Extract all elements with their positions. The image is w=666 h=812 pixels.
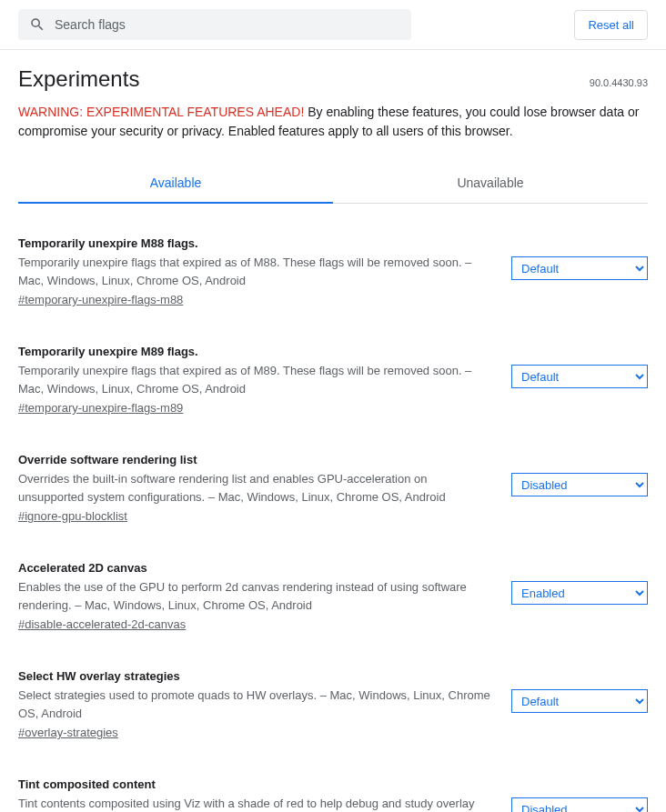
flag-body: Override software rendering listOverride… [18,453,493,523]
flag-body: Accelerated 2D canvasEnables the use of … [18,561,493,631]
warning-block: WARNING: EXPERIMENTAL FEATURES AHEAD! By… [18,103,648,141]
flags-list: Temporarily unexpire M88 flags.Temporari… [18,236,648,812]
flag-title: Temporarily unexpire M88 flags. [18,236,493,250]
flag-state-select[interactable]: DefaultEnabledDisabled [511,797,648,812]
flag-hash-link[interactable]: #overlay-strategies [18,726,118,739]
tabs: Available Unavailable [18,163,648,204]
flag-state-select[interactable]: DefaultEnabledDisabled [511,365,648,388]
flag-item: Override software rendering listOverride… [18,453,648,523]
flag-description: Tint contents composited using Viz with … [18,795,493,812]
flag-state-select[interactable]: DefaultEnabledDisabled [511,256,648,280]
flag-title: Tint composited content [18,777,493,791]
flag-hash-link[interactable]: #ignore-gpu-blocklist [18,509,127,523]
flag-hash-link[interactable]: #temporary-unexpire-flags-m88 [18,293,183,306]
flag-body: Temporarily unexpire M88 flags.Temporari… [18,236,493,306]
flag-description: Temporarily unexpire flags that expired … [18,362,493,397]
tab-unavailable[interactable]: Unavailable [333,163,648,203]
search-bar: Reset all [0,0,666,49]
divider [0,49,666,50]
flag-description: Overrides the built-in software renderin… [18,470,493,506]
flag-title: Temporarily unexpire M89 flags. [18,345,493,358]
flag-description: Temporarily unexpire flags that expired … [18,254,493,289]
flag-hash-link[interactable]: #disable-accelerated-2d-canvas [18,617,186,631]
flag-state-select[interactable]: DefaultEnabledDisabled [511,581,648,605]
flag-state-select[interactable]: DefaultEnabledDisabled [511,473,648,496]
flag-title: Select HW overlay strategies [18,669,493,683]
flag-description: Enables the use of the GPU to perform 2d… [18,578,493,614]
flag-title: Accelerated 2D canvas [18,561,493,575]
flag-body: Temporarily unexpire M89 flags.Temporari… [18,345,493,415]
flag-item: Temporarily unexpire M88 flags.Temporari… [18,236,648,306]
warning-label: WARNING: EXPERIMENTAL FEATURES AHEAD! [18,105,304,119]
flag-item: Temporarily unexpire M89 flags.Temporari… [18,345,648,415]
flag-item: Tint composited contentTint contents com… [18,777,648,812]
version-label: 90.0.4430.93 [590,77,648,88]
search-input[interactable] [55,17,400,32]
flag-body: Select HW overlay strategiesSelect strat… [18,669,493,739]
header-row: Experiments 90.0.4430.93 [18,66,648,92]
flag-state-select[interactable]: DefaultEnabledDisabled [511,689,648,713]
flag-hash-link[interactable]: #temporary-unexpire-flags-m89 [18,401,183,415]
flag-item: Select HW overlay strategiesSelect strat… [18,669,648,739]
flag-item: Accelerated 2D canvasEnables the use of … [18,561,648,631]
tab-available[interactable]: Available [18,163,333,203]
flag-title: Override software rendering list [18,453,493,466]
flag-description: Select strategies used to promote quads … [18,687,493,722]
search-icon [29,16,45,33]
flag-body: Tint composited contentTint contents com… [18,777,493,812]
search-box[interactable] [18,9,411,40]
reset-all-button[interactable]: Reset all [574,10,648,40]
page-title: Experiments [18,66,139,92]
